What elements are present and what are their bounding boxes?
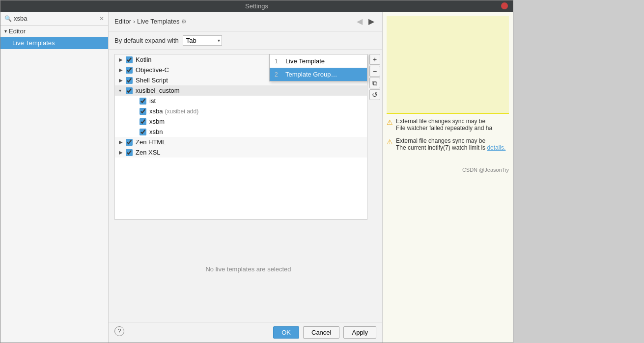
checkbox-ist[interactable] bbox=[140, 98, 146, 105]
tree-item-xsbn[interactable]: xsbn bbox=[115, 127, 367, 137]
reset-button[interactable]: ↺ bbox=[369, 89, 380, 100]
add-button[interactable]: + bbox=[369, 54, 380, 65]
label-objective-c: Objective-C bbox=[136, 66, 169, 74]
expand-arrow-zen-html: ▶ bbox=[119, 139, 124, 145]
breadcrumb-settings-icon: ⚙ bbox=[181, 18, 187, 25]
remove-button[interactable]: − bbox=[369, 66, 380, 77]
expand-select-wrapper: Tab Enter Space ▾ bbox=[183, 35, 222, 46]
chevron-down-icon: ▾ bbox=[4, 28, 7, 34]
expand-arrow-objective-c: ▶ bbox=[119, 67, 124, 73]
expand-with-label: By default expand with bbox=[114, 37, 179, 44]
side-buttons: + 1 Live Template 2 Template Group… bbox=[367, 54, 382, 220]
list-and-buttons: ▶ Kotlin ▶ Objective-C bbox=[114, 54, 382, 220]
breadcrumb-separator: › bbox=[133, 18, 135, 25]
checkbox-kotlin[interactable] bbox=[126, 56, 133, 63]
label-xsbm: xsbm bbox=[149, 118, 165, 125]
no-selection-message: No live templates are selected bbox=[114, 220, 382, 318]
warning-icon-2: ⚠ bbox=[387, 138, 393, 151]
checkbox-shell-script[interactable] bbox=[126, 77, 133, 84]
checkbox-zen-html[interactable] bbox=[126, 139, 133, 146]
label-shell-script: Shell Script bbox=[136, 77, 168, 84]
checkbox-objective-c[interactable] bbox=[126, 67, 133, 74]
tree-group-zen-xsl[interactable]: ▶ Zen XSL bbox=[115, 147, 367, 158]
nav-back-button[interactable]: ◀ bbox=[355, 16, 364, 27]
dropdown-item-template-group[interactable]: 2 Template Group… bbox=[270, 68, 367, 81]
notification-2-body: The current inotify(7) watch limit is de… bbox=[396, 144, 505, 151]
help-button[interactable]: ? bbox=[114, 326, 124, 336]
list-container: ▶ Kotlin ▶ Objective-C bbox=[109, 54, 382, 318]
nav-forward-button[interactable]: ▶ bbox=[366, 16, 376, 27]
notification-1-body: File watcher failed repeatedly and ha bbox=[396, 125, 492, 132]
close-button[interactable] bbox=[501, 2, 508, 9]
checkbox-xsbm[interactable] bbox=[140, 118, 146, 125]
dropdown-item-label-live-template: Live Template bbox=[285, 57, 325, 65]
checkbox-xsba[interactable] bbox=[140, 108, 146, 115]
sidebar: 🔍 ✕ ▾ Editor Live Templates bbox=[0, 12, 109, 343]
right-notification-panel: ⚠ External file changes sync may be File… bbox=[382, 12, 513, 343]
sidebar-category-editor[interactable]: ▾ Editor bbox=[0, 26, 108, 37]
tree-group-xusibei-custom[interactable]: ▾ xusibei_custom bbox=[115, 85, 367, 96]
checkbox-zen-xsl[interactable] bbox=[126, 149, 133, 156]
notification-2-title: External file changes sync may be bbox=[396, 137, 505, 144]
tree-item-xsba[interactable]: xsba (xusibei add) bbox=[115, 106, 367, 116]
dropdown-item-live-template[interactable]: 1 Live Template bbox=[270, 54, 367, 68]
checkbox-xusibei-custom[interactable] bbox=[126, 87, 133, 94]
search-icon: 🔍 bbox=[4, 15, 12, 22]
label-zen-html: Zen HTML bbox=[136, 138, 166, 146]
warning-icon-1: ⚠ bbox=[387, 118, 393, 132]
notification-2-content: External file changes sync may be The cu… bbox=[396, 137, 505, 151]
notification-2-link[interactable]: details. bbox=[487, 144, 505, 151]
cancel-button[interactable]: Cancel bbox=[303, 326, 339, 339]
sidebar-tree: ▾ Editor Live Templates bbox=[0, 26, 108, 343]
label-zen-xsl: Zen XSL bbox=[136, 149, 161, 156]
expand-bar: By default expand with Tab Enter Space ▾ bbox=[109, 31, 382, 50]
footer-note: CSDN @JeasonTiy bbox=[387, 157, 509, 173]
notification-1-content: External file changes sync may be File w… bbox=[396, 118, 492, 132]
main-content: Editor › Live Templates ⚙ ◀ ▶ By default… bbox=[109, 12, 382, 343]
yellow-highlight-area bbox=[387, 16, 509, 114]
label-kotlin: Kotlin bbox=[136, 56, 152, 63]
sublabel-xsba: (xusibei add) bbox=[165, 108, 198, 115]
tree-item-xsbm[interactable]: xsbm bbox=[115, 116, 367, 127]
sidebar-item-live-templates[interactable]: Live Templates bbox=[0, 37, 108, 49]
bottom-buttons: ? OK Cancel Apply bbox=[109, 322, 382, 343]
expand-with-select[interactable]: Tab Enter Space bbox=[183, 35, 222, 46]
title-bar: Settings bbox=[0, 0, 513, 12]
ok-button[interactable]: OK bbox=[273, 326, 299, 339]
copy-button[interactable]: ⧉ bbox=[369, 78, 380, 88]
sidebar-category-label: Editor bbox=[9, 27, 26, 35]
expand-arrow-xusibei-custom: ▾ bbox=[119, 88, 124, 93]
notification-2: ⚠ External file changes sync may be The … bbox=[387, 137, 509, 151]
search-input[interactable] bbox=[14, 15, 99, 22]
label-xusibei-custom: xusibei_custom bbox=[136, 87, 180, 94]
list-and-panel: ▶ Kotlin ▶ Objective-C bbox=[109, 50, 382, 322]
checkbox-xsbn[interactable] bbox=[140, 129, 146, 135]
expand-arrow-zen-xsl: ▶ bbox=[119, 150, 124, 155]
add-dropdown-popup: 1 Live Template 2 Template Group… bbox=[269, 54, 367, 81]
label-xsba: xsba bbox=[149, 107, 163, 115]
dropdown-item-num-1: 1 bbox=[275, 58, 281, 65]
breadcrumb-current: Live Templates bbox=[137, 18, 179, 25]
search-box: 🔍 ✕ bbox=[0, 12, 108, 26]
expand-arrow-shell-script: ▶ bbox=[119, 78, 124, 83]
dropdown-item-label-template-group: Template Group… bbox=[285, 71, 337, 78]
nav-buttons: ◀ ▶ bbox=[355, 16, 376, 27]
breadcrumb-parent: Editor bbox=[114, 18, 131, 25]
notification-1: ⚠ External file changes sync may be File… bbox=[387, 118, 509, 132]
search-clear-icon[interactable]: ✕ bbox=[99, 15, 104, 22]
tree-group-zen-html[interactable]: ▶ Zen HTML bbox=[115, 137, 367, 147]
notification-1-title: External file changes sync may be bbox=[396, 118, 492, 125]
tree-item-ist[interactable]: ist bbox=[115, 96, 367, 106]
sidebar-item-label: Live Templates bbox=[12, 39, 55, 47]
window-title: Settings bbox=[245, 2, 268, 10]
label-xsbn: xsbn bbox=[149, 128, 163, 135]
label-ist: ist bbox=[149, 97, 156, 105]
breadcrumb-bar: Editor › Live Templates ⚙ ◀ ▶ bbox=[109, 12, 382, 31]
dropdown-item-num-2: 2 bbox=[275, 71, 281, 78]
expand-arrow-kotlin: ▶ bbox=[119, 57, 124, 62]
apply-button[interactable]: Apply bbox=[343, 326, 376, 339]
notification-area: ⚠ External file changes sync may be File… bbox=[383, 12, 513, 343]
